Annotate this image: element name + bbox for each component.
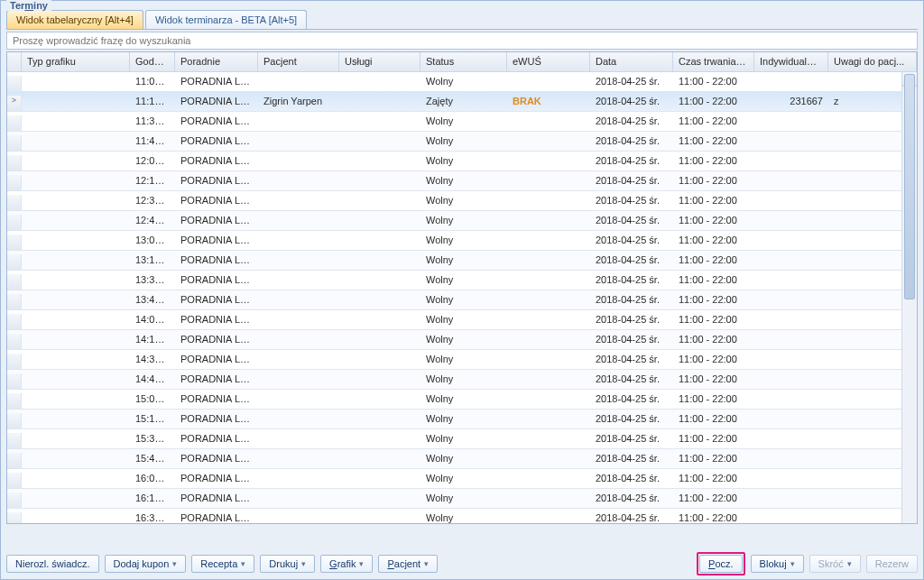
table-row[interactable]: 15:15-15:30PORADNIA LEK...Wolny2018-04-2… bbox=[7, 410, 917, 429]
table-row[interactable]: 14:30-14:45PORADNIA LEK...Wolny2018-04-2… bbox=[7, 350, 917, 370]
table-row[interactable]: 12:15-12:30PORADNIA LEK...Wolny2018-04-2… bbox=[7, 171, 917, 191]
cell: PORADNIA LEK... bbox=[175, 314, 258, 329]
table-row[interactable]: 12:45-13:00PORADNIA LEK...Wolny2018-04-2… bbox=[7, 211, 917, 231]
column-header[interactable]: Godzina bbox=[130, 52, 175, 71]
cell: PORADNIA LEK... bbox=[175, 393, 258, 409]
cell bbox=[754, 115, 828, 131]
cell: 16:30-16:45 bbox=[130, 512, 175, 523]
cell: PORADNIA LEK... bbox=[175, 135, 258, 151]
table-row[interactable]: 16:15-16:30PORADNIA LEK...Wolny2018-04-2… bbox=[7, 489, 917, 509]
cell bbox=[339, 473, 420, 488]
column-header[interactable]: Czas trwania g... bbox=[673, 52, 754, 71]
nierozl-swiadcz-button[interactable]: Nierozl. świadcz. bbox=[6, 555, 99, 573]
column-header[interactable]: Uwagi do pacj... bbox=[828, 52, 917, 71]
table-row[interactable]: 13:30-13:45PORADNIA LEK...Wolny2018-04-2… bbox=[7, 271, 917, 290]
table-row[interactable]: 14:45-15:00PORADNIA LEK...Wolny2018-04-2… bbox=[7, 370, 917, 390]
rezerw-button[interactable]: Rezerw bbox=[866, 555, 918, 573]
cell bbox=[339, 96, 420, 111]
pacjent-button[interactable]: Pacjent▾ bbox=[378, 555, 438, 573]
table-row[interactable]: 15:30-15:45PORADNIA LEK...Wolny2018-04-2… bbox=[7, 429, 917, 449]
cell: PORADNIA LEK... bbox=[175, 96, 258, 111]
cell: PORADNIA LEK... bbox=[175, 433, 258, 448]
cell bbox=[507, 195, 590, 210]
column-header[interactable]: Status bbox=[420, 52, 507, 71]
pocz-button[interactable]: Pocz. bbox=[699, 555, 743, 573]
cell: PORADNIA LEK... bbox=[175, 215, 258, 230]
scrollbar-thumb[interactable] bbox=[904, 74, 915, 299]
recepta-button[interactable]: Recepta▾ bbox=[191, 555, 254, 573]
cell bbox=[22, 473, 130, 488]
table-row[interactable]: >11:15-11:30PORADNIA LEK...Zigrin Yarpen… bbox=[7, 92, 917, 112]
cell: 2018-04-25 śr. bbox=[590, 96, 673, 111]
cell bbox=[339, 334, 420, 349]
cell bbox=[339, 195, 420, 210]
cell: 15:30-15:45 bbox=[130, 433, 175, 448]
cell: 13:45-14:00 bbox=[130, 294, 175, 309]
column-header[interactable]: Data bbox=[590, 52, 673, 71]
chevron-down-icon: ▾ bbox=[359, 559, 364, 568]
dodaj-kupon-button[interactable]: Dodaj kupon▾ bbox=[105, 555, 187, 573]
table-row[interactable]: 13:45-14:00PORADNIA LEK...Wolny2018-04-2… bbox=[7, 290, 917, 310]
column-header[interactable]: Pacjent bbox=[258, 52, 339, 71]
cell bbox=[22, 115, 130, 131]
drukuj-button[interactable]: Drukuj▾ bbox=[260, 555, 315, 573]
table-row[interactable]: 15:45-16:00PORADNIA LEK...Wolny2018-04-2… bbox=[7, 449, 917, 469]
cell bbox=[258, 314, 339, 329]
cell bbox=[339, 493, 420, 508]
column-header[interactable]: Indywidualny ... bbox=[754, 52, 828, 71]
cell bbox=[507, 473, 590, 488]
cell: BRAK bbox=[507, 96, 590, 111]
cell bbox=[339, 235, 420, 250]
cell: Wolny bbox=[420, 175, 507, 190]
cell: 2018-04-25 śr. bbox=[590, 473, 673, 488]
table-row[interactable]: 14:15-14:30PORADNIA LEK...Wolny2018-04-2… bbox=[7, 330, 917, 350]
column-header[interactable]: eWUŚ bbox=[507, 52, 590, 71]
cell: Wolny bbox=[420, 195, 507, 210]
row-indicator bbox=[7, 274, 22, 290]
cell: 231667 bbox=[754, 96, 828, 111]
skroc-button[interactable]: Skróć▾ bbox=[809, 555, 861, 573]
table-row[interactable]: 14:00-14:15PORADNIA LEK...Wolny2018-04-2… bbox=[7, 310, 917, 330]
table-row[interactable]: 12:30-12:45PORADNIA LEK...Wolny2018-04-2… bbox=[7, 191, 917, 211]
cell: Zajęty bbox=[420, 96, 507, 111]
cell bbox=[22, 373, 130, 389]
table-row[interactable]: 13:15-13:30PORADNIA LEK...Wolny2018-04-2… bbox=[7, 251, 917, 271]
cell bbox=[339, 115, 420, 131]
cell: 11:00 - 22:00 bbox=[673, 115, 754, 131]
cell: Wolny bbox=[420, 314, 507, 329]
table-row[interactable]: 15:00-15:15PORADNIA LEK...Wolny2018-04-2… bbox=[7, 390, 917, 410]
table-row[interactable]: 13:00-13:15PORADNIA LEK...Wolny2018-04-2… bbox=[7, 231, 917, 251]
row-indicator bbox=[7, 334, 22, 349]
highlight-annotation: Pocz. bbox=[697, 552, 745, 575]
cell: 11:00 - 22:00 bbox=[673, 175, 754, 190]
grafik-button[interactable]: Grafik▾ bbox=[320, 555, 373, 573]
cell bbox=[22, 354, 130, 369]
column-header[interactable]: Usługi bbox=[339, 52, 420, 71]
vertical-scrollbar[interactable]: ▲ bbox=[901, 72, 917, 523]
cell: 14:45-15:00 bbox=[130, 373, 175, 389]
cell: 11:00 - 22:00 bbox=[673, 254, 754, 270]
table-row[interactable]: 11:30-11:45PORADNIA LEK...Wolny2018-04-2… bbox=[7, 112, 917, 132]
cell: 2018-04-25 śr. bbox=[590, 215, 673, 230]
tab-0[interactable]: Widok tabelaryczny [Alt+4] bbox=[6, 10, 143, 29]
table-row[interactable]: 11:45-12:00PORADNIA LEK...Wolny2018-04-2… bbox=[7, 132, 917, 152]
table-row[interactable]: 12:00-12:15PORADNIA LEK...Wolny2018-04-2… bbox=[7, 152, 917, 171]
cell: 14:00-14:15 bbox=[130, 314, 175, 329]
row-indicator bbox=[7, 235, 22, 250]
cell: 2018-04-25 śr. bbox=[590, 76, 673, 91]
cell bbox=[507, 294, 590, 309]
cell: PORADNIA LEK... bbox=[175, 254, 258, 270]
table-row[interactable]: 16:00-16:15PORADNIA LEK...Wolny2018-04-2… bbox=[7, 469, 917, 489]
cell bbox=[258, 115, 339, 131]
column-header[interactable]: Typ grafiku bbox=[22, 52, 130, 71]
table-row[interactable]: 16:30-16:45PORADNIA LEK...Wolny2018-04-2… bbox=[7, 509, 917, 523]
cell bbox=[754, 274, 828, 290]
table-row[interactable]: 11:00-11:15PORADNIA LEK...Wolny2018-04-2… bbox=[7, 72, 917, 92]
cell: 12:30-12:45 bbox=[130, 195, 175, 210]
column-header[interactable]: Poradnie bbox=[175, 52, 258, 71]
cell bbox=[339, 453, 420, 468]
tab-bar: Widok tabelaryczny [Alt+4]Widok terminar… bbox=[6, 10, 918, 30]
search-input[interactable] bbox=[6, 32, 918, 50]
tab-1[interactable]: Widok terminarza - BETA [Alt+5] bbox=[145, 10, 307, 29]
blokuj-button[interactable]: Blokuj▾ bbox=[751, 555, 804, 573]
